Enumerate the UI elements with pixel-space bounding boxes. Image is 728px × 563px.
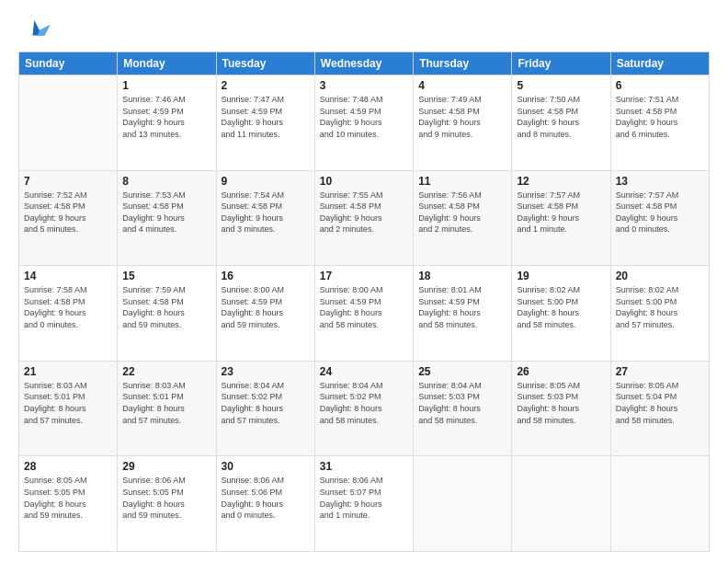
- day-number: 1: [122, 79, 210, 92]
- logo-icon: [26, 17, 51, 42]
- calendar-header-friday: Friday: [512, 52, 610, 75]
- calendar-cell: 27Sunrise: 8:05 AM Sunset: 5:04 PM Dayli…: [610, 361, 709, 456]
- calendar-cell: 11Sunrise: 7:56 AM Sunset: 4:58 PM Dayli…: [414, 170, 512, 266]
- day-info: Sunrise: 7:56 AM Sunset: 4:58 PM Dayligh…: [418, 190, 506, 236]
- calendar-header-thursday: Thursday: [414, 52, 512, 75]
- day-info: Sunrise: 7:58 AM Sunset: 4:58 PM Dayligh…: [24, 284, 112, 330]
- calendar-week-3: 14Sunrise: 7:58 AM Sunset: 4:58 PM Dayli…: [19, 266, 710, 362]
- calendar-cell: 21Sunrise: 8:03 AM Sunset: 5:01 PM Dayli…: [19, 361, 118, 456]
- day-info: Sunrise: 8:04 AM Sunset: 5:02 PM Dayligh…: [320, 380, 408, 426]
- day-info: Sunrise: 7:54 AM Sunset: 4:58 PM Dayligh…: [222, 190, 310, 236]
- day-info: Sunrise: 8:05 AM Sunset: 5:05 PM Dayligh…: [24, 475, 112, 521]
- day-number: 10: [320, 175, 408, 188]
- calendar-cell: 19Sunrise: 8:02 AM Sunset: 5:00 PM Dayli…: [512, 266, 610, 362]
- calendar-week-5: 28Sunrise: 8:05 AM Sunset: 5:05 PM Dayli…: [19, 456, 710, 552]
- day-info: Sunrise: 8:04 AM Sunset: 5:03 PM Dayligh…: [418, 380, 506, 426]
- day-number: 3: [320, 79, 408, 92]
- day-info: Sunrise: 8:03 AM Sunset: 5:01 PM Dayligh…: [122, 380, 210, 426]
- day-info: Sunrise: 8:00 AM Sunset: 4:59 PM Dayligh…: [320, 284, 408, 330]
- day-info: Sunrise: 8:04 AM Sunset: 5:02 PM Dayligh…: [222, 380, 310, 426]
- calendar-cell: 28Sunrise: 8:05 AM Sunset: 5:05 PM Dayli…: [19, 456, 118, 552]
- day-number: 18: [418, 270, 506, 282]
- day-number: 7: [24, 175, 112, 188]
- day-number: 12: [517, 175, 605, 188]
- page: SundayMondayTuesdayWednesdayThursdayFrid…: [0, 0, 728, 563]
- day-number: 16: [222, 270, 310, 282]
- calendar-table: SundayMondayTuesdayWednesdayThursdayFrid…: [18, 52, 710, 552]
- day-info: Sunrise: 8:03 AM Sunset: 5:01 PM Dayligh…: [24, 380, 112, 426]
- day-info: Sunrise: 8:01 AM Sunset: 4:59 PM Dayligh…: [418, 284, 506, 330]
- day-number: 20: [616, 270, 704, 282]
- calendar-cell: 10Sunrise: 7:55 AM Sunset: 4:58 PM Dayli…: [314, 170, 413, 266]
- day-number: 4: [418, 79, 506, 92]
- day-info: Sunrise: 7:57 AM Sunset: 4:58 PM Dayligh…: [517, 190, 605, 236]
- day-info: Sunrise: 8:00 AM Sunset: 4:59 PM Dayligh…: [222, 284, 310, 330]
- day-info: Sunrise: 7:47 AM Sunset: 4:59 PM Dayligh…: [222, 94, 310, 140]
- day-info: Sunrise: 7:53 AM Sunset: 4:58 PM Dayligh…: [122, 190, 210, 236]
- calendar-cell: [19, 75, 118, 171]
- calendar-cell: 17Sunrise: 8:00 AM Sunset: 4:59 PM Dayli…: [314, 266, 413, 362]
- day-info: Sunrise: 7:51 AM Sunset: 4:58 PM Dayligh…: [616, 94, 704, 140]
- calendar-cell: 4Sunrise: 7:49 AM Sunset: 4:58 PM Daylig…: [414, 75, 512, 171]
- day-number: 24: [320, 365, 408, 378]
- calendar-cell: 30Sunrise: 8:06 AM Sunset: 5:06 PM Dayli…: [216, 456, 314, 552]
- calendar-cell: [610, 456, 709, 552]
- day-number: 19: [517, 270, 605, 282]
- day-info: Sunrise: 8:02 AM Sunset: 5:00 PM Dayligh…: [616, 284, 704, 330]
- day-number: 28: [24, 460, 112, 473]
- calendar-cell: [512, 456, 610, 552]
- calendar-cell: 18Sunrise: 8:01 AM Sunset: 4:59 PM Dayli…: [414, 266, 512, 362]
- day-number: 11: [418, 175, 506, 188]
- day-number: 14: [24, 270, 112, 282]
- calendar-cell: 7Sunrise: 7:52 AM Sunset: 4:58 PM Daylig…: [19, 170, 118, 266]
- day-info: Sunrise: 8:05 AM Sunset: 5:03 PM Dayligh…: [517, 380, 605, 426]
- day-number: 21: [24, 365, 112, 378]
- day-number: 9: [222, 175, 310, 188]
- day-info: Sunrise: 7:49 AM Sunset: 4:58 PM Dayligh…: [418, 94, 506, 140]
- calendar-header-sunday: Sunday: [19, 52, 118, 75]
- day-number: 26: [517, 365, 605, 378]
- calendar-week-2: 7Sunrise: 7:52 AM Sunset: 4:58 PM Daylig…: [19, 170, 710, 266]
- day-info: Sunrise: 7:50 AM Sunset: 4:58 PM Dayligh…: [517, 94, 605, 140]
- calendar-week-1: 1Sunrise: 7:46 AM Sunset: 4:59 PM Daylig…: [19, 75, 710, 171]
- calendar-cell: 6Sunrise: 7:51 AM Sunset: 4:58 PM Daylig…: [610, 75, 709, 171]
- day-info: Sunrise: 7:57 AM Sunset: 4:58 PM Dayligh…: [616, 190, 704, 236]
- calendar-cell: 13Sunrise: 7:57 AM Sunset: 4:58 PM Dayli…: [610, 170, 709, 266]
- day-info: Sunrise: 7:59 AM Sunset: 4:58 PM Dayligh…: [122, 284, 210, 330]
- calendar-cell: 25Sunrise: 8:04 AM Sunset: 5:03 PM Dayli…: [414, 361, 512, 456]
- calendar-cell: 22Sunrise: 8:03 AM Sunset: 5:01 PM Dayli…: [118, 361, 216, 456]
- day-number: 8: [122, 175, 210, 188]
- calendar-header-saturday: Saturday: [610, 52, 709, 75]
- day-number: 23: [222, 365, 310, 378]
- header: [18, 17, 710, 42]
- calendar-cell: 1Sunrise: 7:46 AM Sunset: 4:59 PM Daylig…: [118, 75, 216, 171]
- calendar-cell: 31Sunrise: 8:06 AM Sunset: 5:07 PM Dayli…: [314, 456, 413, 552]
- day-number: 25: [418, 365, 506, 378]
- calendar-header-monday: Monday: [118, 52, 216, 75]
- calendar-cell: 9Sunrise: 7:54 AM Sunset: 4:58 PM Daylig…: [216, 170, 314, 266]
- calendar-week-4: 21Sunrise: 8:03 AM Sunset: 5:01 PM Dayli…: [19, 361, 710, 456]
- calendar-cell: 26Sunrise: 8:05 AM Sunset: 5:03 PM Dayli…: [512, 361, 610, 456]
- calendar-cell: 15Sunrise: 7:59 AM Sunset: 4:58 PM Dayli…: [118, 266, 216, 362]
- day-info: Sunrise: 8:06 AM Sunset: 5:06 PM Dayligh…: [222, 475, 310, 521]
- day-info: Sunrise: 7:48 AM Sunset: 4:59 PM Dayligh…: [320, 94, 408, 140]
- day-number: 5: [517, 79, 605, 92]
- calendar-cell: 12Sunrise: 7:57 AM Sunset: 4:58 PM Dayli…: [512, 170, 610, 266]
- day-number: 2: [222, 79, 310, 92]
- calendar-cell: 5Sunrise: 7:50 AM Sunset: 4:58 PM Daylig…: [512, 75, 610, 171]
- day-number: 6: [616, 79, 704, 92]
- calendar-cell: 16Sunrise: 8:00 AM Sunset: 4:59 PM Dayli…: [216, 266, 314, 362]
- day-number: 17: [320, 270, 408, 282]
- day-info: Sunrise: 8:06 AM Sunset: 5:05 PM Dayligh…: [122, 475, 210, 521]
- day-number: 31: [320, 460, 408, 473]
- calendar-cell: 14Sunrise: 7:58 AM Sunset: 4:58 PM Dayli…: [19, 266, 118, 362]
- calendar-header-wednesday: Wednesday: [314, 52, 413, 75]
- logo: [18, 17, 51, 42]
- calendar-cell: 20Sunrise: 8:02 AM Sunset: 5:00 PM Dayli…: [610, 266, 709, 362]
- calendar-cell: 2Sunrise: 7:47 AM Sunset: 4:59 PM Daylig…: [216, 75, 314, 171]
- calendar-header-tuesday: Tuesday: [216, 52, 314, 75]
- day-number: 27: [616, 365, 704, 378]
- day-number: 13: [616, 175, 704, 188]
- day-info: Sunrise: 8:05 AM Sunset: 5:04 PM Dayligh…: [616, 380, 704, 426]
- calendar-cell: 3Sunrise: 7:48 AM Sunset: 4:59 PM Daylig…: [314, 75, 413, 171]
